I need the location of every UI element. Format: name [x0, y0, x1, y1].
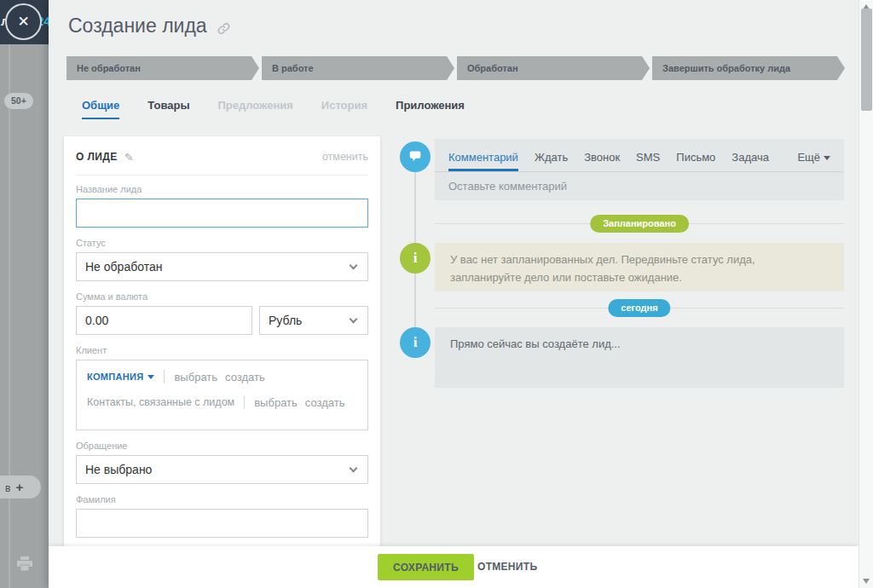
tab-wait[interactable]: Ждать [535, 151, 568, 171]
tab-call[interactable]: Звонок [584, 151, 620, 171]
counter-badge: 50+ [4, 93, 33, 109]
lead-stage-bar: Не обработан В работе Обработан Завершит… [66, 56, 845, 80]
info-icon: i [400, 243, 431, 274]
tab-history: История [321, 99, 367, 119]
save-button[interactable]: СОХРАНИТЬ [378, 554, 474, 580]
background-divider [9, 44, 10, 588]
salutation-select[interactable]: Не выбрано [76, 455, 368, 484]
amount-input[interactable] [76, 306, 252, 335]
background-page: ля 24 50+ в+ [0, 0, 49, 588]
comment-bubble-icon [400, 141, 431, 172]
amount-label: Сумма и валюта [76, 291, 368, 302]
section-cancel-link[interactable]: отменить [322, 151, 368, 163]
tab-applications[interactable]: Приложения [396, 99, 465, 119]
lead-name-input[interactable] [76, 199, 368, 228]
salutation-label: Обращение [76, 441, 368, 451]
chevron-down-icon [350, 262, 358, 270]
chevron-down-icon [147, 375, 154, 379]
tab-quotes: Предложения [218, 99, 293, 119]
card-divider [76, 175, 368, 176]
currency-select[interactable]: Рубль [259, 306, 368, 335]
scroll-down-arrow-icon[interactable] [863, 579, 870, 584]
tab-email[interactable]: Письмо [676, 151, 715, 171]
tab-products[interactable]: Товары [147, 99, 189, 119]
main-tabs: Общие Товары Предложения История Приложе… [82, 99, 465, 119]
tab-sms[interactable]: SMS [636, 151, 660, 171]
contacts-create-link[interactable]: создать [305, 396, 345, 409]
footer-bar: СОХРАНИТЬ ОТМЕНИТЬ [49, 546, 859, 588]
client-label: Клиент [76, 345, 368, 355]
about-lead-card: О ЛИДЕ ✎ отменить Название лида Статус Н… [64, 136, 380, 546]
status-select[interactable]: Не обработан [76, 252, 368, 281]
chevron-down-icon [824, 156, 830, 160]
creating-lead-message: Прямо сейчас вы создаёте лид... [435, 327, 844, 388]
company-create-link[interactable]: создать [225, 371, 265, 383]
contacts-choose-link[interactable]: выбрать [254, 396, 298, 409]
stage-in-progress[interactable]: В работе [262, 56, 454, 80]
stage-not-processed[interactable]: Не обработан [66, 56, 259, 80]
more-menu[interactable]: Ещё [797, 151, 830, 171]
today-badge: сегодня [608, 299, 670, 317]
comment-input[interactable]: Оставьте комментарий [435, 172, 844, 200]
close-slider-button[interactable]: ✕ [5, 3, 42, 40]
stage-processed[interactable]: Обработан [457, 56, 650, 80]
activity-panel: Комментарий Ждать Звонок SMS Письмо Зада… [435, 139, 844, 200]
activity-tabs: Комментарий Ждать Звонок SMS Письмо Зада… [435, 139, 844, 172]
chevron-down-icon [350, 315, 358, 324]
tab-general[interactable]: Общие [82, 99, 119, 119]
contacts-label: Контакты, связанные с лидом [87, 396, 234, 408]
printer-icon[interactable] [16, 556, 33, 575]
client-box: КОМПАНИЯ выбрать создать Контакты, связа… [76, 360, 368, 430]
company-type-selector[interactable]: КОМПАНИЯ [87, 372, 143, 382]
stage-finish-processing[interactable]: Завершить обработку лида [652, 56, 845, 80]
planned-separator: Запланировано [435, 215, 844, 233]
today-separator: сегодня [435, 299, 844, 318]
vertical-scrollbar[interactable] [859, 0, 873, 588]
planned-badge: Запланировано [590, 215, 689, 233]
last-name-input[interactable] [76, 509, 368, 538]
tab-comment[interactable]: Комментарий [448, 151, 518, 171]
divider [244, 395, 245, 409]
edit-pencil-icon[interactable]: ✎ [124, 151, 134, 164]
chevron-down-icon [350, 464, 358, 473]
scrollbar-thumb[interactable] [861, 9, 872, 111]
last-name-label: Фамилия [76, 494, 368, 504]
cancel-button[interactable]: ОТМЕНИТЬ [477, 554, 537, 580]
company-choose-link[interactable]: выбрать [174, 371, 217, 383]
divider [164, 370, 165, 383]
tab-task[interactable]: Задача [731, 151, 769, 171]
add-tab-pill[interactable]: в+ [0, 476, 41, 499]
copy-link-icon[interactable] [217, 21, 231, 39]
plus-icon[interactable]: + [15, 480, 23, 494]
section-title: О ЛИДЕ [76, 151, 118, 163]
lead-name-label: Название лида [76, 184, 368, 194]
status-label: Статус [76, 238, 368, 248]
lead-creation-slider: Создание лида Не обработан В работе Обра… [49, 0, 859, 588]
info-icon: i [400, 327, 431, 358]
no-plans-message: У вас нет запланированных дел. Передвинь… [435, 243, 844, 291]
page-title: Создание лида [68, 14, 207, 37]
